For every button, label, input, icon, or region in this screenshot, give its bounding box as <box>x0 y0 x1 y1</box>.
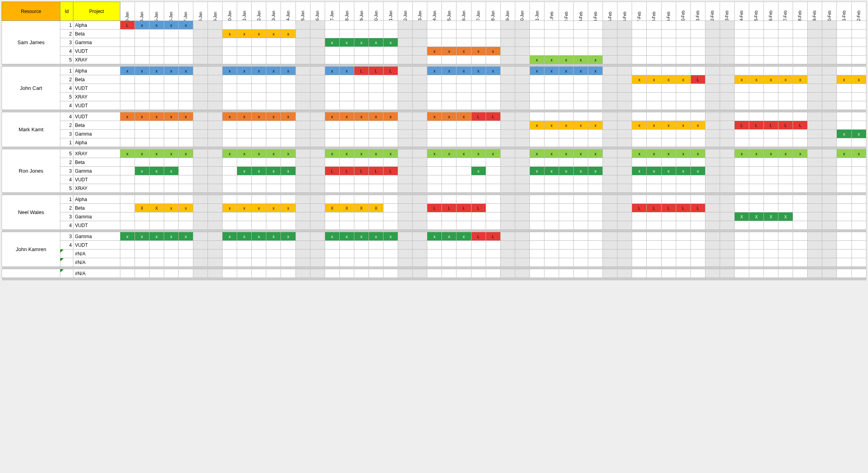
day-cell[interactable] <box>325 101 339 110</box>
day-cell[interactable] <box>544 30 559 38</box>
day-cell[interactable]: x <box>266 67 281 75</box>
day-cell[interactable] <box>720 221 734 230</box>
day-cell[interactable] <box>398 138 413 147</box>
day-cell[interactable] <box>515 258 529 267</box>
day-cell[interactable]: x <box>529 167 544 175</box>
day-cell[interactable] <box>135 93 149 101</box>
day-cell[interactable] <box>296 130 310 138</box>
day-cell[interactable] <box>588 112 603 121</box>
day-cell[interactable] <box>398 204 413 212</box>
day-cell[interactable] <box>193 75 208 84</box>
day-cell[interactable] <box>208 184 223 193</box>
day-cell[interactable] <box>778 130 793 138</box>
day-cell[interactable] <box>339 212 354 221</box>
day-cell[interactable] <box>369 184 383 193</box>
day-cell[interactable] <box>544 84 559 93</box>
day-cell[interactable] <box>544 101 559 110</box>
day-cell[interactable] <box>778 195 793 204</box>
day-cell[interactable] <box>325 130 339 138</box>
header-date[interactable]: 17-Feb <box>778 2 793 21</box>
header-date[interactable]: 25-Jan <box>442 2 456 21</box>
day-cell[interactable]: x <box>164 67 178 75</box>
day-cell[interactable]: x <box>676 121 690 130</box>
table-row[interactable]: 4VUDT <box>2 221 866 230</box>
day-cell[interactable] <box>486 204 500 212</box>
day-cell[interactable] <box>500 75 515 84</box>
day-cell[interactable] <box>149 93 164 101</box>
day-cell[interactable] <box>208 167 223 175</box>
id-cell[interactable] <box>60 258 73 267</box>
day-cell[interactable] <box>822 47 837 56</box>
day-cell[interactable]: x <box>237 232 252 241</box>
day-cell[interactable] <box>617 175 632 184</box>
day-cell[interactable] <box>266 130 281 138</box>
project-cell[interactable]: VUDT <box>73 84 120 93</box>
day-cell[interactable] <box>808 204 822 212</box>
day-cell[interactable] <box>164 38 178 47</box>
day-cell[interactable] <box>749 93 763 101</box>
day-cell[interactable] <box>178 138 193 147</box>
day-cell[interactable] <box>559 250 573 258</box>
day-cell[interactable] <box>764 138 778 147</box>
day-cell[interactable]: x <box>354 112 369 121</box>
day-cell[interactable] <box>339 56 354 64</box>
day-cell[interactable] <box>193 101 208 110</box>
day-cell[interactable]: x <box>178 232 193 241</box>
day-cell[interactable] <box>676 112 690 121</box>
day-cell[interactable] <box>252 158 266 167</box>
day-cell[interactable]: L <box>383 167 398 175</box>
day-cell[interactable] <box>471 30 486 38</box>
day-cell[interactable] <box>223 167 237 175</box>
day-cell[interactable] <box>383 130 398 138</box>
day-cell[interactable] <box>734 269 749 278</box>
header-project[interactable]: Project <box>73 2 120 21</box>
day-cell[interactable] <box>574 232 588 241</box>
day-cell[interactable]: x <box>588 167 603 175</box>
day-cell[interactable] <box>705 149 720 158</box>
day-cell[interactable]: x <box>164 204 178 212</box>
day-cell[interactable] <box>617 67 632 75</box>
day-cell[interactable] <box>135 269 149 278</box>
day-cell[interactable] <box>617 30 632 38</box>
day-cell[interactable] <box>413 121 427 130</box>
resource-name-cell[interactable]: Sam James <box>2 21 60 64</box>
day-cell[interactable] <box>471 75 486 84</box>
day-cell[interactable] <box>749 204 763 212</box>
day-cell[interactable] <box>208 204 223 212</box>
day-cell[interactable] <box>413 158 427 167</box>
day-cell[interactable] <box>427 38 442 47</box>
day-cell[interactable] <box>354 184 369 193</box>
day-cell[interactable] <box>720 269 734 278</box>
day-cell[interactable] <box>603 67 617 75</box>
day-cell[interactable] <box>237 184 252 193</box>
id-cell[interactable]: 4 <box>60 112 73 121</box>
header-resource[interactable]: Resource <box>2 2 60 21</box>
day-cell[interactable] <box>486 93 500 101</box>
day-cell[interactable]: x <box>135 67 149 75</box>
day-cell[interactable] <box>325 93 339 101</box>
day-cell[interactable] <box>354 121 369 130</box>
day-cell[interactable]: L <box>120 21 135 30</box>
day-cell[interactable] <box>559 93 573 101</box>
day-cell[interactable]: L <box>486 232 500 241</box>
day-cell[interactable] <box>442 167 456 175</box>
day-cell[interactable] <box>515 232 529 241</box>
day-cell[interactable] <box>486 30 500 38</box>
day-cell[interactable] <box>574 250 588 258</box>
day-cell[interactable] <box>354 56 369 64</box>
day-cell[interactable] <box>149 138 164 147</box>
day-cell[interactable] <box>193 232 208 241</box>
day-cell[interactable]: x <box>354 149 369 158</box>
day-cell[interactable] <box>778 175 793 184</box>
day-cell[interactable] <box>296 67 310 75</box>
day-cell[interactable] <box>574 101 588 110</box>
day-cell[interactable] <box>529 21 544 30</box>
day-cell[interactable] <box>398 56 413 64</box>
day-cell[interactable] <box>778 21 793 30</box>
day-cell[interactable] <box>764 93 778 101</box>
day-cell[interactable] <box>793 21 808 30</box>
day-cell[interactable] <box>734 101 749 110</box>
day-cell[interactable] <box>808 75 822 84</box>
day-cell[interactable]: x <box>281 30 296 38</box>
day-cell[interactable] <box>793 221 808 230</box>
